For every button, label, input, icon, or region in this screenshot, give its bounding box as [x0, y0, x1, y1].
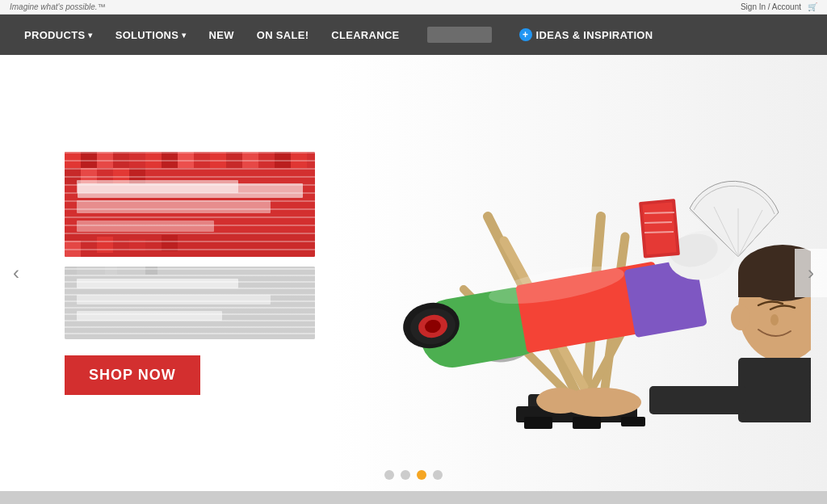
svg-rect-34 [65, 267, 77, 275]
slide-dot-1[interactable] [384, 470, 394, 480]
hero-subtitle-blurred [65, 267, 315, 339]
svg-rect-36 [145, 267, 157, 275]
svg-rect-77 [649, 386, 746, 414]
nav-item-blurred [427, 27, 492, 43]
svg-rect-45 [524, 417, 552, 429]
svg-rect-14 [275, 152, 291, 168]
left-arrow-icon: ‹ [13, 262, 19, 284]
svg-rect-30 [65, 267, 315, 339]
nav-item-new[interactable]: NEW [198, 15, 246, 55]
sign-in-link[interactable]: Sign In / Account [741, 2, 801, 11]
nav-item-on-sale[interactable]: ON SALE! [246, 15, 321, 55]
svg-rect-46 [573, 417, 601, 429]
right-arrow-icon: › [808, 262, 814, 284]
chevron-down-icon: ▾ [88, 31, 92, 40]
chevron-down-icon: ▾ [182, 31, 186, 40]
hero-section: ‹ › [0, 55, 827, 491]
svg-rect-27 [129, 239, 145, 251]
shop-now-button[interactable]: SHOP NOW [65, 355, 200, 395]
svg-rect-3 [97, 152, 113, 168]
svg-rect-29 [65, 267, 315, 339]
plus-icon: + [519, 28, 532, 41]
svg-rect-21 [77, 180, 238, 193]
svg-rect-33 [77, 311, 222, 321]
svg-rect-8 [178, 152, 194, 168]
rocket-illustration [342, 168, 811, 475]
svg-rect-47 [621, 417, 645, 426]
prev-slide-button[interactable]: ‹ [0, 249, 32, 297]
nav-item-ideas[interactable]: + IDEAS & INSPIRATION [508, 15, 665, 55]
svg-rect-17 [81, 168, 97, 184]
svg-rect-19 [113, 168, 129, 184]
hero-text-content: SHOP NOW [65, 152, 323, 395]
svg-rect-28 [162, 235, 178, 251]
next-slide-button[interactable]: › [795, 249, 827, 297]
svg-rect-60 [642, 202, 676, 254]
svg-rect-31 [77, 279, 238, 288]
svg-rect-32 [77, 295, 271, 304]
slide-indicators [384, 470, 443, 480]
svg-rect-12 [242, 152, 258, 168]
svg-rect-24 [65, 233, 315, 257]
svg-rect-18 [97, 168, 113, 184]
svg-rect-7 [162, 152, 178, 168]
svg-rect-22 [77, 200, 271, 213]
cart-icon[interactable]: 🛒 [808, 2, 817, 11]
svg-rect-9 [194, 152, 210, 168]
svg-rect-0 [65, 152, 315, 257]
svg-rect-26 [97, 237, 113, 253]
nav-item-products[interactable]: PRODUCTS ▾ [13, 15, 104, 55]
slide-dot-2[interactable] [401, 470, 410, 480]
svg-rect-74 [738, 358, 811, 422]
slide-dot-4[interactable] [433, 470, 443, 480]
svg-rect-1 [65, 152, 81, 168]
svg-rect-20 [129, 168, 145, 184]
svg-rect-13 [258, 152, 275, 168]
svg-point-73 [731, 304, 750, 330]
svg-line-63 [644, 232, 674, 233]
slide-dot-3[interactable] [417, 470, 426, 480]
svg-point-76 [536, 388, 585, 414]
blurred-subtitle-svg [65, 267, 315, 339]
svg-rect-5 [129, 152, 145, 168]
hero-title-blurred [65, 152, 315, 257]
svg-rect-15 [291, 152, 307, 168]
svg-rect-4 [113, 152, 129, 168]
svg-rect-11 [226, 152, 242, 168]
top-bar: Imagine what's possible.™ Sign In / Acco… [0, 0, 827, 15]
svg-rect-35 [105, 267, 117, 275]
svg-rect-25 [65, 241, 81, 257]
svg-rect-16 [65, 168, 81, 184]
svg-line-61 [644, 212, 674, 213]
svg-rect-23 [77, 220, 214, 232]
svg-point-72 [770, 314, 779, 326]
nav-bar: PRODUCTS ▾ SOLUTIONS ▾ NEW ON SALE! CLEA… [0, 15, 827, 55]
svg-rect-10 [210, 152, 226, 168]
blurred-logo-svg [65, 152, 315, 257]
nav-item-clearance[interactable]: CLEARANCE [320, 15, 410, 55]
svg-line-62 [644, 222, 672, 223]
svg-rect-2 [81, 152, 97, 168]
svg-rect-6 [145, 152, 162, 168]
hero-product-image [310, 103, 827, 491]
top-bar-right: Sign In / Account 🛒 [741, 2, 817, 11]
nav-item-solutions[interactable]: SOLUTIONS ▾ [104, 15, 198, 55]
tagline: Imagine what's possible.™ [10, 2, 106, 11]
